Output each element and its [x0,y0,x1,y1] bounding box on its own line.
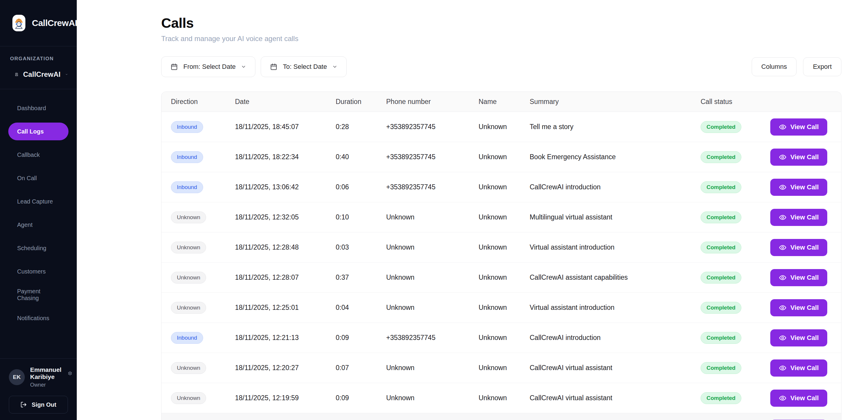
eye-icon [779,153,786,161]
direction-badge: Unknown [171,392,206,404]
table-row: Unknown 18/11/2025, 12:25:01 0:04 Unknow… [161,293,841,323]
export-button[interactable]: Export [803,57,841,76]
call-date: 18/11/2025, 13:06:42 [235,183,336,191]
sidebar-item-lead-capture[interactable]: Lead Capture [8,192,68,210]
table-row: Unknown 18/11/2025, 12:32:05 0:10 Unknow… [161,202,841,233]
gear-icon[interactable] [68,370,72,377]
chevron-down-icon [65,71,68,78]
sign-out-button[interactable]: Sign Out [9,396,68,414]
nav-item-label: Payment Chasing [17,288,60,302]
view-call-button[interactable]: View Call [770,299,827,316]
call-phone: +353892357745 [386,334,478,342]
call-name: Unknown [478,243,530,251]
sidebar-item-payment-chasing[interactable]: Payment Chasing [8,286,68,304]
col-name: Name [478,98,530,106]
call-summary: CallCrewAI assistant capabilities [530,273,701,281]
page-subtitle: Track and manage your AI voice agent cal… [161,35,841,43]
view-call-button[interactable]: View Call [770,118,827,136]
col-direction: Direction [171,98,235,106]
call-name: Unknown [478,123,530,131]
call-date: 18/11/2025, 12:21:13 [235,334,336,342]
nav-item-label: Scheduling [17,245,46,252]
sidebar-item-callback[interactable]: Callback [8,146,68,163]
eye-icon [779,334,786,342]
calendar-icon [170,63,178,70]
call-name: Unknown [478,394,530,402]
from-date-label: From: Select Date [183,63,236,70]
call-phone: Unknown [386,243,478,251]
view-call-label: View Call [790,183,819,191]
sidebar-footer: EK Emmanuel Karibiye Owner [0,358,77,420]
brand-logo [12,15,25,31]
sidebar-item-scheduling[interactable]: Scheduling [8,239,68,257]
to-date-filter[interactable]: To: Select Date [261,56,347,77]
call-duration: 0:37 [336,273,386,281]
toolbar: From: Select Date To: Select Date Column… [161,56,841,77]
view-call-button[interactable]: View Call [770,329,827,347]
view-call-label: View Call [790,394,819,402]
call-phone: Unknown [386,394,478,402]
col-status: Call status [701,98,770,106]
direction-badge: Inbound [171,181,203,193]
sidebar-item-customers[interactable]: Customers [8,263,68,280]
sidebar-item-notifications[interactable]: Notifications [8,309,68,327]
view-call-button[interactable]: View Call [770,269,827,286]
from-date-filter[interactable]: From: Select Date [161,56,255,77]
eye-icon [779,183,786,191]
call-phone: Unknown [386,273,478,281]
sidebar-item-dashboard[interactable]: Dashboard [8,99,68,117]
status-badge: Completed [701,362,741,374]
call-name: Unknown [478,153,530,161]
view-call-label: View Call [790,274,819,281]
view-call-button[interactable]: View Call [770,209,827,226]
call-date: 18/11/2025, 12:28:48 [235,243,336,251]
page-title: Calls [161,15,841,31]
call-duration: 0:07 [336,364,386,372]
table-row: Unknown 18/11/2025, 12:20:27 0:07 Unknow… [161,353,841,383]
call-phone: Unknown [386,213,478,221]
call-date: 18/11/2025, 12:20:27 [235,364,336,372]
call-phone: Unknown [386,304,478,311]
sidebar-item-call-logs[interactable]: Call Logs [8,123,68,140]
main-content: Calls Track and manage your AI voice age… [77,0,868,420]
table-body: Inbound 18/11/2025, 18:45:07 0:28 +35389… [161,112,841,420]
call-date: 18/11/2025, 12:19:59 [235,394,336,402]
direction-badge: Unknown [171,302,206,314]
view-call-button[interactable]: View Call [770,359,827,377]
call-date: 18/11/2025, 12:32:05 [235,213,336,221]
call-name: Unknown [478,183,530,191]
sidebar-item-on-call[interactable]: On Call [8,169,68,187]
logout-icon [20,401,27,408]
direction-badge: Unknown [171,211,206,223]
user-name: Emmanuel Karibiye [30,366,64,381]
organization-section: ORGANIZATION CallCrewAI [0,47,77,89]
table-row: Inbound 18/11/2025, 12:21:13 0:09 +35389… [161,323,841,353]
organization-selector[interactable]: CallCrewAI [10,70,68,79]
col-phone: Phone number [386,98,478,106]
status-badge: Completed [701,242,741,253]
view-call-button[interactable]: View Call [770,239,827,256]
brand: CallCrewAI [0,0,77,47]
call-name: Unknown [478,273,530,281]
call-name: Unknown [478,304,530,311]
to-date-label: To: Select Date [283,63,327,70]
chevron-down-icon [332,64,337,69]
eye-icon [779,364,786,372]
view-call-button[interactable]: View Call [770,149,827,166]
table-row: Unknown 18/11/2025, 12:28:48 0:03 Unknow… [161,233,841,263]
call-date: 18/11/2025, 18:22:34 [235,153,336,161]
nav-item-label: Call Logs [17,128,44,135]
eye-icon [779,304,786,311]
worker-headset-icon [12,17,25,30]
direction-badge: Inbound [171,151,203,163]
view-call-button[interactable]: View Call [770,390,827,407]
view-call-label: View Call [790,334,819,342]
view-call-button[interactable]: View Call [770,179,827,196]
user-meta: Emmanuel Karibiye Owner [30,366,72,388]
chevron-down-icon [241,64,246,69]
sidebar-item-agent[interactable]: Agent [8,216,68,234]
table-row: Inbound 18/11/2025, 13:06:42 0:06 +35389… [161,172,841,202]
sign-out-label: Sign Out [32,401,56,408]
call-summary: CallCrewAI introduction [530,183,701,191]
columns-button[interactable]: Columns [752,57,797,76]
